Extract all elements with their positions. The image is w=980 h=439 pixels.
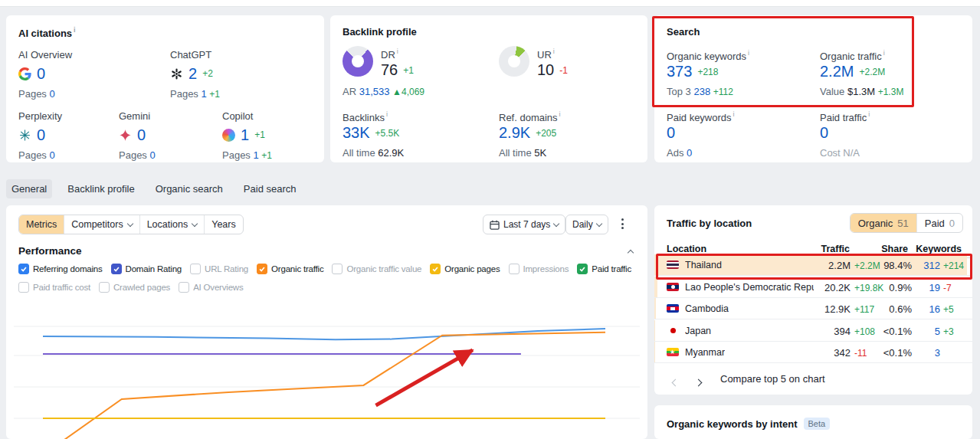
backlinks-alltime: All time 62.9K (343, 147, 404, 159)
traffic-value: 20.2K (824, 282, 851, 293)
japan-flag (667, 326, 679, 335)
tab-organic-search[interactable]: Organic search (150, 179, 228, 198)
ads-line: Ads 0 (667, 147, 692, 159)
next-page-button[interactable] (696, 375, 701, 388)
tab-backlink-profile[interactable]: Backlink profile (62, 179, 139, 198)
segment-years[interactable]: Years (204, 215, 243, 234)
top-toolbar-edge (0, 0, 980, 7)
metric-checkbox-organic-traffic[interactable]: Organic traffic (257, 264, 323, 274)
search-title: Search (667, 26, 700, 38)
thailand-flag (667, 260, 679, 269)
metric-checkbox-list: Referring domainsDomain RatingURL Rating… (18, 264, 641, 293)
segment-locations[interactable]: Locations (139, 215, 205, 234)
share-value: <0.1% (883, 347, 912, 359)
ai-citations-card: AI citationsi AI Overview0Pages 0ChatGPT… (6, 15, 324, 162)
ref-domains-delta: +205 (536, 128, 556, 139)
citations-value[interactable]: 0 (37, 126, 45, 144)
copilot-icon (222, 129, 235, 142)
keywords-value[interactable]: 5 (935, 326, 940, 337)
metric-checkbox-organic-traffic-value[interactable]: Organic traffic value (332, 264, 421, 274)
domain-rating-donut (343, 46, 373, 77)
organic-keywords-value[interactable]: 373 (667, 63, 692, 80)
metric-checkbox-referring-domains[interactable]: Referring domains (18, 264, 103, 274)
citations-value[interactable]: 2 (188, 65, 197, 83)
keywords-by-intent-title: Organic keywords by intent (667, 418, 798, 430)
chatgpt-icon (170, 67, 183, 80)
country-name: Myanmar (685, 347, 725, 358)
ai-citation-gemini: Gemini0Pages 0 (119, 110, 218, 161)
beta-badge: Beta (804, 418, 831, 430)
ur-label: URi (537, 48, 555, 61)
metric-checkbox-ai-overviews[interactable]: AI Overviews (179, 282, 243, 293)
citations-delta: +1 (254, 129, 265, 140)
citations-delta: +2 (202, 68, 213, 79)
citations-value[interactable]: 0 (137, 126, 146, 144)
keywords-value[interactable]: 19 (929, 282, 940, 293)
toggle-organic[interactable]: Organic51 (851, 214, 916, 232)
location-row-lao[interactable]: Lao People's Democratic Reput20.2K+19.8K… (654, 277, 972, 298)
google-g-icon (18, 67, 31, 80)
metric-checkbox-paid-traffic-cost[interactable]: Paid traffic cost (18, 282, 90, 293)
ahrefs-rank-line: AR 31,533 ▲4,069 (343, 86, 424, 97)
gemini-icon (119, 129, 132, 142)
metric-checkbox-url-rating[interactable]: URL Rating (190, 264, 248, 274)
url-rating-donut (499, 46, 529, 77)
keywords-value[interactable]: 312 (923, 260, 940, 271)
compare-top5-link[interactable]: Compare top 5 on chart (720, 373, 825, 385)
ar-value-link[interactable]: 31,533 (359, 86, 390, 97)
organic-traffic-value[interactable]: 2.2M (820, 63, 854, 80)
section-tabs: GeneralBacklink profileOrganic searchPai… (6, 179, 302, 198)
country-name: Lao People's Democratic Reput (685, 282, 814, 293)
metric-checkbox-paid-traffic[interactable]: Paid traffic (577, 264, 631, 274)
metric-checkbox-organic-pages[interactable]: Organic pages (430, 264, 500, 274)
location-row-thailand[interactable]: Thailand2.2M+2.2M98.4%312+214 (654, 254, 972, 276)
share-value: 0.9% (889, 282, 912, 293)
toggle-paid[interactable]: Paid0 (916, 214, 962, 232)
segment-metrics[interactable]: Metrics (19, 215, 64, 234)
ur-value: 10 (537, 61, 554, 79)
ref-domains-label: Ref. domainsi (499, 110, 561, 123)
performance-chart[interactable] (6, 306, 647, 439)
citations-value[interactable]: 1 (241, 126, 249, 144)
metric-checkbox-domain-rating[interactable]: Domain Rating (111, 264, 182, 274)
more-options-button[interactable] (621, 218, 624, 229)
keywords-value[interactable]: 3 (935, 347, 940, 359)
location-row-cambodia[interactable]: Cambodia12.9K+1170.6%16+5 (654, 298, 972, 319)
col-traffic: Traffic (821, 244, 850, 254)
keywords-delta: +214 (943, 260, 964, 271)
ai-source-label: Perplexity (18, 110, 118, 122)
share-value: <0.1% (883, 326, 912, 337)
ai-source-label: Copilot (222, 110, 322, 122)
ai-citation-chatgpt: ChatGPT2+2Pages 1 +1 (170, 49, 270, 100)
keywords-value[interactable]: 16 (929, 303, 940, 315)
backlinks-value[interactable]: 33K (343, 124, 370, 142)
location-row-myanmar[interactable]: ★Myanmar342-11<0.1%3 (654, 342, 972, 363)
traffic-delta: +19.8K (854, 283, 883, 293)
dr-delta: +1 (403, 65, 414, 76)
metric-checkbox-crawled-pages[interactable]: Crawled pages (99, 282, 170, 293)
paid-traffic-value[interactable]: 0 (820, 124, 828, 142)
paid-keywords-label: Paid keywordsi (667, 110, 735, 123)
paid-keywords-value[interactable]: 0 (667, 124, 675, 142)
collapse-chevron-icon[interactable] (628, 250, 634, 256)
prev-page-button[interactable] (673, 375, 678, 388)
traffic-by-location-card: Traffic by location Organic51 Paid0 Loca… (654, 205, 972, 395)
ai-citations-title: AI citationsi (18, 26, 76, 39)
overview-panel: MetricsCompetitorsLocationsYears Last 7 … (6, 205, 647, 439)
traffic-delta: +108 (854, 326, 875, 337)
location-row-japan[interactable]: Japan394+108<0.1%5+3 (654, 320, 972, 342)
tab-general[interactable]: General (6, 179, 52, 198)
segment-competitors[interactable]: Competitors (64, 215, 139, 234)
traffic-value: 394 (834, 326, 851, 337)
traffic-value-line: Value $1.3M +1.3M (820, 86, 903, 97)
date-range-button[interactable]: Last 7 days (483, 215, 565, 234)
myanmar-flag: ★ (667, 348, 679, 356)
country-name: Thailand (685, 260, 722, 270)
granularity-button[interactable]: Daily (565, 215, 608, 234)
metric-checkbox-impressions[interactable]: Impressions (509, 264, 569, 274)
ref-domains-value[interactable]: 2.9K (499, 124, 530, 142)
ur-delta: -1 (559, 65, 568, 76)
citations-value[interactable]: 0 (37, 65, 45, 83)
organic-traffic-label: Organic traffici (820, 49, 885, 62)
tab-paid-search[interactable]: Paid search (238, 179, 302, 198)
